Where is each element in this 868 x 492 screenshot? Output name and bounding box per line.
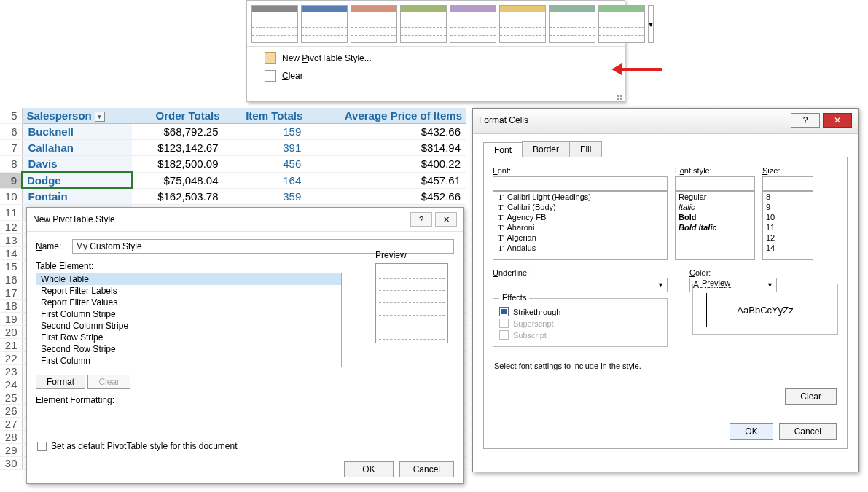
cell-salesperson[interactable]: Bucknell (22, 124, 132, 140)
size-input[interactable] (762, 176, 813, 191)
font-option[interactable]: T Agency FB (493, 212, 667, 222)
cell-avg-price[interactable]: $400.22 (307, 156, 466, 173)
row-header[interactable]: 29 (0, 444, 22, 457)
row-header[interactable]: 14 (0, 247, 22, 260)
cell-avg-price[interactable]: $452.66 (307, 188, 466, 205)
size-option[interactable]: 8 (763, 192, 813, 202)
cell-salesperson[interactable]: Davis (22, 156, 132, 173)
row-header[interactable]: 7 (0, 140, 22, 156)
row-header[interactable]: 23 (0, 365, 22, 378)
row-header[interactable]: 26 (0, 405, 22, 418)
new-pivottable-style-menuitem[interactable]: New PivotTable Style... (247, 50, 625, 67)
cancel-button[interactable]: Cancel (779, 423, 837, 440)
fontstyle-option[interactable]: Bold Italic (676, 222, 754, 233)
cell-avg-price[interactable]: $314.94 (307, 140, 466, 156)
font-option[interactable]: T Aharoni (493, 222, 667, 233)
table-element-option[interactable]: Whole Table (36, 273, 341, 285)
format-button[interactable]: Format (36, 375, 85, 389)
row-header[interactable]: 22 (0, 352, 22, 365)
cell-order-totals[interactable]: $182,500.09 (132, 156, 224, 173)
tab-font[interactable]: Font (483, 142, 523, 157)
row-header[interactable]: 12 (0, 221, 22, 234)
row-header[interactable]: 24 (0, 378, 22, 391)
style-thumb-4[interactable] (450, 5, 496, 43)
row-header[interactable]: 27 (0, 418, 22, 431)
table-element-option[interactable]: First Row Stripe (36, 332, 341, 343)
cell-item-totals[interactable]: 159 (224, 124, 308, 140)
resize-grip-icon[interactable] (614, 93, 622, 100)
row-header[interactable]: 20 (0, 326, 22, 339)
table-element-option[interactable]: Header Row (36, 367, 341, 367)
cell-item-totals[interactable]: 359 (224, 188, 308, 205)
table-element-option[interactable]: Report Filter Labels (36, 285, 341, 297)
size-option[interactable]: 9 (763, 202, 813, 212)
row-header[interactable]: 13 (0, 234, 22, 247)
row-header[interactable]: 21 (0, 339, 22, 352)
font-option[interactable]: T Algerian (493, 233, 667, 243)
col-header-item-totals[interactable]: Item Totals (224, 108, 308, 124)
help-button[interactable]: ? (791, 113, 820, 128)
filter-dropdown-icon[interactable]: ▾ (95, 112, 105, 122)
col-header-salesperson[interactable]: Salesperson▾ (22, 108, 132, 124)
checkbox-icon[interactable] (499, 307, 509, 316)
effect-strikethrough[interactable]: Strikethrough (499, 307, 661, 316)
font-option[interactable]: T Calibri Light (Headings) (493, 192, 667, 202)
font-listbox[interactable]: T Calibri Light (Headings)T Calibri (Bod… (493, 191, 668, 260)
table-element-option[interactable]: First Column Stripe (36, 308, 341, 320)
fontstyle-option[interactable]: Bold (676, 212, 754, 222)
cell-avg-price[interactable]: $432.66 (307, 124, 466, 140)
row-header[interactable]: 10 (0, 188, 22, 205)
fontstyle-option[interactable]: Italic (676, 202, 754, 212)
cell-order-totals[interactable]: $162,503.78 (132, 188, 224, 205)
table-element-option[interactable]: Second Column Stripe (36, 320, 341, 332)
fontstyle-input[interactable] (675, 176, 755, 191)
underline-select[interactable]: ▼ (493, 278, 668, 292)
style-thumb-0[interactable] (251, 5, 298, 43)
help-button[interactable]: ? (410, 212, 432, 227)
row-header[interactable]: 25 (0, 391, 22, 405)
style-thumb-1[interactable] (301, 5, 348, 43)
font-option[interactable]: T Andalus (493, 243, 667, 253)
cell-item-totals[interactable]: 391 (224, 140, 308, 156)
size-listbox[interactable]: 8910111214 (762, 191, 813, 260)
cell-salesperson[interactable]: Fontain (22, 188, 132, 205)
ok-button[interactable]: OK (344, 461, 393, 477)
row-header[interactable]: 6 (0, 124, 22, 140)
clear-element-button[interactable]: Clear (87, 375, 130, 389)
table-element-option[interactable]: First Column (36, 355, 341, 367)
cell-item-totals[interactable]: 164 (224, 172, 308, 188)
table-element-listbox[interactable]: Whole TableReport Filter LabelsReport Fi… (36, 273, 342, 367)
row-header[interactable]: 9 (0, 172, 22, 188)
row-header[interactable]: 15 (0, 260, 22, 273)
row-header[interactable]: 28 (0, 431, 22, 444)
table-element-option[interactable]: Second Row Stripe (36, 343, 341, 355)
size-option[interactable]: 11 (763, 222, 813, 233)
clear-formatting-button[interactable]: Clear (785, 388, 837, 405)
tab-border[interactable]: Border (522, 141, 570, 157)
cell-salesperson[interactable]: Dodge (22, 172, 132, 188)
ok-button[interactable]: OK (730, 423, 773, 440)
cell-avg-price[interactable]: $457.61 (307, 172, 466, 188)
row-header[interactable]: 19 (0, 313, 22, 326)
cancel-button[interactable]: Cancel (399, 461, 454, 477)
fontstyle-listbox[interactable]: RegularItalicBoldBold Italic (675, 191, 755, 260)
cell-order-totals[interactable]: $68,792.25 (132, 124, 224, 140)
size-option[interactable]: 10 (763, 212, 813, 222)
row-header[interactable]: 11 (0, 205, 22, 221)
font-option[interactable]: T Calibri (Body) (493, 202, 667, 212)
col-header-order-totals[interactable]: Order Totals (132, 108, 224, 124)
row-header[interactable]: 16 (0, 273, 22, 286)
close-button[interactable]: ✕ (435, 212, 457, 227)
row-header[interactable]: 18 (0, 300, 22, 313)
close-button[interactable]: ✕ (823, 113, 852, 128)
set-default-checkbox[interactable] (37, 442, 47, 451)
style-thumb-2[interactable] (351, 5, 397, 43)
cell-item-totals[interactable]: 456 (224, 156, 308, 173)
size-option[interactable]: 14 (763, 243, 813, 253)
tab-fill[interactable]: Fill (569, 141, 602, 157)
cell-order-totals[interactable]: $75,048.04 (132, 172, 224, 188)
gallery-more-button[interactable]: ▾ (648, 5, 654, 43)
cell-order-totals[interactable]: $123,142.67 (132, 140, 224, 156)
size-option[interactable]: 12 (763, 233, 813, 243)
style-thumb-5[interactable] (499, 5, 546, 43)
